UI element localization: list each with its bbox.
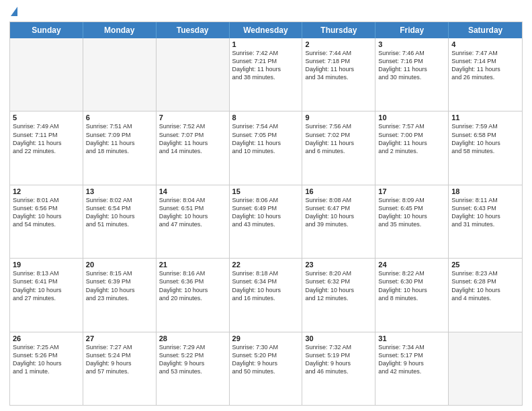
calendar-cell-3-1: 12Sunrise: 8:01 AM Sunset: 6:56 PM Dayli… xyxy=(10,185,83,258)
day-number: 13 xyxy=(86,187,153,195)
calendar-body: 1Sunrise: 7:42 AM Sunset: 7:21 PM Daylig… xyxy=(10,38,522,405)
day-header-friday: Friday xyxy=(375,22,449,38)
day-number: 3 xyxy=(378,40,445,48)
day-number: 15 xyxy=(232,187,300,195)
day-number: 4 xyxy=(451,40,519,48)
day-number: 12 xyxy=(13,187,80,195)
day-number: 20 xyxy=(86,261,153,269)
calendar-cell-5-6: 31Sunrise: 7:34 AM Sunset: 5:17 PM Dayli… xyxy=(375,332,449,405)
cell-info: Sunrise: 7:51 AM Sunset: 7:09 PM Dayligh… xyxy=(86,122,153,155)
day-number: 30 xyxy=(305,334,372,342)
day-number: 11 xyxy=(451,113,519,122)
day-header-monday: Monday xyxy=(83,22,157,38)
cell-info: Sunrise: 7:44 AM Sunset: 7:18 PM Dayligh… xyxy=(305,49,372,82)
calendar-week-1: 1Sunrise: 7:42 AM Sunset: 7:21 PM Daylig… xyxy=(10,38,522,111)
calendar-cell-1-3 xyxy=(157,38,230,111)
cell-info: Sunrise: 8:01 AM Sunset: 6:56 PM Dayligh… xyxy=(13,196,80,229)
calendar-cell-2-4: 8Sunrise: 7:54 AM Sunset: 7:05 PM Daylig… xyxy=(230,111,303,184)
cell-info: Sunrise: 8:20 AM Sunset: 6:32 PM Dayligh… xyxy=(305,269,372,302)
cell-info: Sunrise: 8:15 AM Sunset: 6:39 PM Dayligh… xyxy=(86,269,153,302)
calendar-week-4: 19Sunrise: 8:13 AM Sunset: 6:41 PM Dayli… xyxy=(10,258,522,331)
calendar-cell-5-3: 28Sunrise: 7:29 AM Sunset: 5:22 PM Dayli… xyxy=(157,332,230,405)
cell-info: Sunrise: 7:34 AM Sunset: 5:17 PM Dayligh… xyxy=(378,343,445,376)
cell-info: Sunrise: 7:56 AM Sunset: 7:02 PM Dayligh… xyxy=(305,122,372,155)
calendar-cell-3-4: 15Sunrise: 8:06 AM Sunset: 6:49 PM Dayli… xyxy=(230,185,303,258)
calendar-cell-1-2 xyxy=(83,38,157,111)
day-number: 21 xyxy=(159,261,226,269)
calendar-cell-5-7 xyxy=(449,332,522,405)
calendar-cell-3-6: 17Sunrise: 8:09 AM Sunset: 6:45 PM Dayli… xyxy=(375,185,449,258)
day-number: 29 xyxy=(232,334,300,342)
calendar-cell-5-4: 29Sunrise: 7:30 AM Sunset: 5:20 PM Dayli… xyxy=(230,332,303,405)
day-header-sunday: Sunday xyxy=(10,22,83,38)
calendar-cell-5-2: 27Sunrise: 7:27 AM Sunset: 5:24 PM Dayli… xyxy=(83,332,157,405)
day-number: 14 xyxy=(159,187,226,195)
header xyxy=(9,7,523,17)
day-number: 6 xyxy=(86,113,153,122)
cell-info: Sunrise: 7:47 AM Sunset: 7:14 PM Dayligh… xyxy=(451,49,519,82)
logo-triangle-icon xyxy=(11,7,17,16)
day-number: 18 xyxy=(451,187,519,195)
day-number: 2 xyxy=(305,40,372,48)
cell-info: Sunrise: 8:18 AM Sunset: 6:34 PM Dayligh… xyxy=(232,269,300,302)
calendar-cell-3-3: 14Sunrise: 8:04 AM Sunset: 6:51 PM Dayli… xyxy=(157,185,230,258)
calendar-cell-5-5: 30Sunrise: 7:32 AM Sunset: 5:19 PM Dayli… xyxy=(302,332,375,405)
day-number: 27 xyxy=(86,334,153,342)
calendar-cell-5-1: 26Sunrise: 7:25 AM Sunset: 5:26 PM Dayli… xyxy=(10,332,83,405)
day-header-tuesday: Tuesday xyxy=(157,22,230,38)
cell-info: Sunrise: 7:59 AM Sunset: 6:58 PM Dayligh… xyxy=(451,122,519,155)
logo xyxy=(9,7,17,17)
cell-info: Sunrise: 7:25 AM Sunset: 5:26 PM Dayligh… xyxy=(13,343,80,376)
cell-info: Sunrise: 7:49 AM Sunset: 7:11 PM Dayligh… xyxy=(13,122,80,155)
cell-info: Sunrise: 7:27 AM Sunset: 5:24 PM Dayligh… xyxy=(86,343,153,376)
calendar-cell-2-3: 7Sunrise: 7:52 AM Sunset: 7:07 PM Daylig… xyxy=(157,111,230,184)
calendar-week-5: 26Sunrise: 7:25 AM Sunset: 5:26 PM Dayli… xyxy=(10,332,522,405)
day-number: 17 xyxy=(378,187,445,195)
calendar-cell-1-5: 2Sunrise: 7:44 AM Sunset: 7:18 PM Daylig… xyxy=(302,38,375,111)
cell-info: Sunrise: 8:09 AM Sunset: 6:45 PM Dayligh… xyxy=(378,196,445,229)
cell-info: Sunrise: 7:29 AM Sunset: 5:22 PM Dayligh… xyxy=(159,343,226,376)
day-number: 24 xyxy=(378,261,445,269)
calendar-cell-3-2: 13Sunrise: 8:02 AM Sunset: 6:54 PM Dayli… xyxy=(83,185,157,258)
cell-info: Sunrise: 8:02 AM Sunset: 6:54 PM Dayligh… xyxy=(86,196,153,229)
calendar-cell-1-7: 4Sunrise: 7:47 AM Sunset: 7:14 PM Daylig… xyxy=(449,38,522,111)
day-number: 23 xyxy=(305,261,372,269)
calendar: SundayMondayTuesdayWednesdayThursdayFrid… xyxy=(9,21,523,406)
calendar-cell-3-7: 18Sunrise: 8:11 AM Sunset: 6:43 PM Dayli… xyxy=(449,185,522,258)
day-header-thursday: Thursday xyxy=(302,22,375,38)
cell-info: Sunrise: 8:23 AM Sunset: 6:28 PM Dayligh… xyxy=(451,269,519,302)
day-number: 28 xyxy=(159,334,226,342)
day-number: 9 xyxy=(305,113,372,122)
day-number: 19 xyxy=(13,261,80,269)
cell-info: Sunrise: 8:08 AM Sunset: 6:47 PM Dayligh… xyxy=(305,196,372,229)
day-number: 25 xyxy=(451,261,519,269)
calendar-cell-4-5: 23Sunrise: 8:20 AM Sunset: 6:32 PM Dayli… xyxy=(302,259,375,331)
calendar-week-3: 12Sunrise: 8:01 AM Sunset: 6:56 PM Dayli… xyxy=(10,185,522,258)
day-number: 22 xyxy=(232,261,300,269)
cell-info: Sunrise: 8:13 AM Sunset: 6:41 PM Dayligh… xyxy=(13,269,80,302)
calendar-cell-2-1: 5Sunrise: 7:49 AM Sunset: 7:11 PM Daylig… xyxy=(10,111,83,184)
cell-info: Sunrise: 8:04 AM Sunset: 6:51 PM Dayligh… xyxy=(159,196,226,229)
day-number: 1 xyxy=(232,40,300,48)
cell-info: Sunrise: 7:46 AM Sunset: 7:16 PM Dayligh… xyxy=(378,49,445,82)
cell-info: Sunrise: 7:32 AM Sunset: 5:19 PM Dayligh… xyxy=(305,343,372,376)
calendar-cell-4-7: 25Sunrise: 8:23 AM Sunset: 6:28 PM Dayli… xyxy=(449,259,522,331)
calendar-cell-4-6: 24Sunrise: 8:22 AM Sunset: 6:30 PM Dayli… xyxy=(375,259,449,331)
calendar-cell-2-2: 6Sunrise: 7:51 AM Sunset: 7:09 PM Daylig… xyxy=(83,111,157,184)
day-number: 10 xyxy=(378,113,445,122)
cell-info: Sunrise: 7:57 AM Sunset: 7:00 PM Dayligh… xyxy=(378,122,445,155)
day-number: 5 xyxy=(13,113,80,122)
cell-info: Sunrise: 8:16 AM Sunset: 6:36 PM Dayligh… xyxy=(159,269,226,302)
calendar-cell-4-1: 19Sunrise: 8:13 AM Sunset: 6:41 PM Dayli… xyxy=(10,259,83,331)
calendar-cell-1-6: 3Sunrise: 7:46 AM Sunset: 7:16 PM Daylig… xyxy=(375,38,449,111)
page: SundayMondayTuesdayWednesdayThursdayFrid… xyxy=(0,0,532,411)
cell-info: Sunrise: 7:42 AM Sunset: 7:21 PM Dayligh… xyxy=(232,49,300,82)
cell-info: Sunrise: 8:22 AM Sunset: 6:30 PM Dayligh… xyxy=(378,269,445,302)
calendar-cell-2-6: 10Sunrise: 7:57 AM Sunset: 7:00 PM Dayli… xyxy=(375,111,449,184)
cell-info: Sunrise: 7:30 AM Sunset: 5:20 PM Dayligh… xyxy=(232,343,300,376)
day-number: 7 xyxy=(159,113,226,122)
calendar-cell-4-4: 22Sunrise: 8:18 AM Sunset: 6:34 PM Dayli… xyxy=(230,259,303,331)
calendar-cell-4-3: 21Sunrise: 8:16 AM Sunset: 6:36 PM Dayli… xyxy=(157,259,230,331)
day-header-saturday: Saturday xyxy=(449,22,522,38)
day-number: 16 xyxy=(305,187,372,195)
